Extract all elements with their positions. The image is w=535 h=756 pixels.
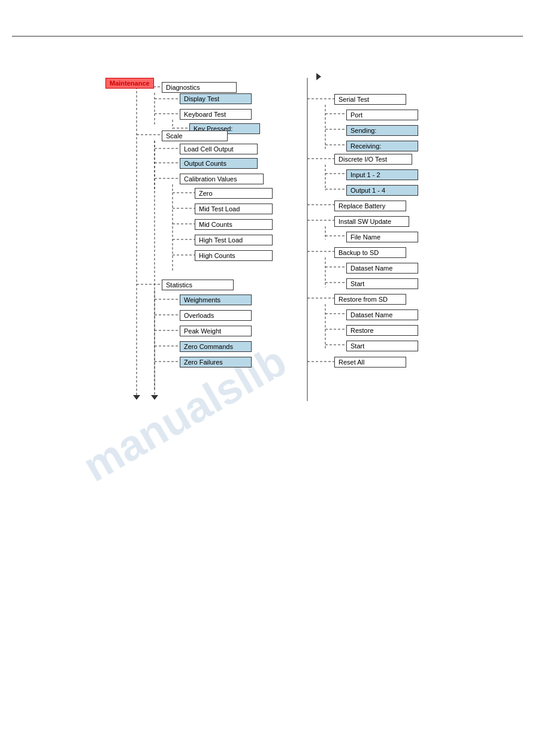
replace-battery-label: Replace Battery [338, 202, 385, 210]
reset-all-node: Reset All [334, 357, 406, 368]
high-counts-node: High Counts [195, 250, 273, 261]
maintenance-node: Maintenance [105, 78, 154, 89]
keyboard-test-label: Keyboard Test [184, 111, 226, 118]
output-counts-label: Output Counts [184, 160, 226, 167]
reset-all-label: Reset All [338, 359, 364, 366]
restore-label: Restore [350, 327, 374, 334]
page-container: manualslib [0, 0, 535, 756]
start-1-node: Start [346, 278, 418, 289]
start-1-label: Start [350, 280, 364, 287]
start-2-node: Start [346, 341, 418, 351]
replace-battery-node: Replace Battery [334, 201, 406, 211]
restore-from-sd-label: Restore from SD [338, 296, 388, 303]
mid-counts-label: Mid Counts [199, 221, 232, 228]
svg-marker-52 [316, 73, 321, 80]
file-name-node: File Name [346, 232, 418, 242]
port-node: Port [346, 110, 418, 120]
diagnostics-node: Diagnostics [162, 82, 237, 93]
zero-commands-label: Zero Commands [184, 343, 233, 350]
install-sw-update-node: Install SW Update [334, 216, 409, 227]
zero-failures-label: Zero Failures [184, 359, 223, 366]
sending-node: Sending: [346, 125, 418, 136]
weighments-node: Weighments [180, 294, 252, 305]
restore-from-sd-node: Restore from SD [334, 294, 406, 305]
display-test-node: Display Test [180, 93, 252, 104]
calibration-values-node: Calibration Values [180, 174, 264, 184]
mid-test-load-label: Mid Test Load [199, 205, 240, 212]
dataset-name-1-label: Dataset Name [350, 265, 392, 272]
dataset-name-1-node: Dataset Name [346, 263, 418, 274]
input-1-2-label: Input 1 - 2 [350, 171, 380, 178]
zero-label: Zero [199, 190, 213, 197]
scale-node: Scale [162, 130, 228, 141]
receiving-label: Receiving: [350, 142, 381, 150]
discrete-io-test-node: Discrete I/O Test [334, 154, 412, 165]
dataset-name-2-label: Dataset Name [350, 311, 392, 318]
restore-node: Restore [346, 325, 418, 336]
diagnostics-label: Diagnostics [166, 84, 200, 91]
svg-marker-50 [133, 395, 140, 400]
high-test-load-node: High Test Load [195, 235, 273, 245]
svg-marker-51 [151, 395, 158, 400]
calibration-values-label: Calibration Values [184, 175, 237, 183]
zero-node: Zero [195, 188, 273, 199]
peak-weight-label: Peak Weight [184, 327, 221, 335]
backup-to-sd-label: Backup to SD [338, 249, 379, 256]
output-1-4-label: Output 1 - 4 [350, 187, 385, 194]
zero-commands-node: Zero Commands [180, 341, 252, 352]
high-test-load-label: High Test Load [199, 236, 243, 244]
install-sw-update-label: Install SW Update [338, 218, 391, 225]
input-1-2-node: Input 1 - 2 [346, 169, 418, 180]
receiving-node: Receiving: [346, 141, 418, 151]
zero-failures-node: Zero Failures [180, 357, 252, 368]
discrete-io-test-label: Discrete I/O Test [338, 156, 387, 163]
file-name-label: File Name [350, 233, 380, 241]
load-cell-output-label: Load Cell Output [184, 145, 234, 153]
statistics-label: Statistics [166, 281, 192, 289]
statistics-node: Statistics [162, 280, 234, 290]
high-counts-label: High Counts [199, 252, 235, 259]
serial-test-label: Serial Test [338, 96, 369, 103]
load-cell-output-node: Load Cell Output [180, 144, 258, 154]
scale-label: Scale [166, 132, 183, 139]
mid-test-load-node: Mid Test Load [195, 204, 273, 214]
overloads-label: Overloads [184, 312, 214, 319]
output-counts-node: Output Counts [180, 158, 258, 169]
peak-weight-node: Peak Weight [180, 326, 252, 336]
sending-label: Sending: [350, 127, 376, 134]
port-label: Port [350, 111, 362, 119]
weighments-label: Weighments [184, 296, 220, 303]
serial-test-node: Serial Test [334, 94, 406, 105]
overloads-node: Overloads [180, 310, 252, 321]
keyboard-test-node: Keyboard Test [180, 109, 252, 120]
top-border [12, 36, 523, 37]
display-test-label: Display Test [184, 95, 219, 102]
mid-counts-node: Mid Counts [195, 219, 273, 230]
maintenance-label: Maintenance [110, 80, 150, 87]
start-2-label: Start [350, 342, 364, 350]
dataset-name-2-node: Dataset Name [346, 309, 418, 320]
output-1-4-node: Output 1 - 4 [346, 185, 418, 196]
backup-to-sd-node: Backup to SD [334, 247, 406, 258]
